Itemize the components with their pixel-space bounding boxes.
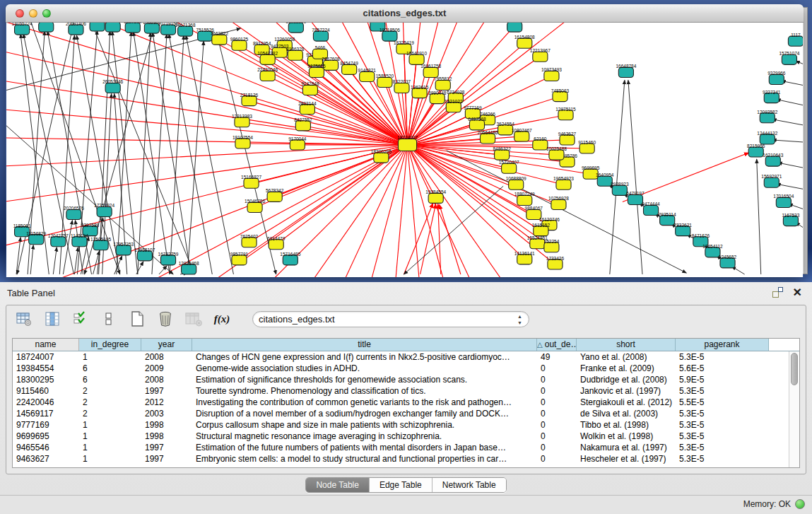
graph-node[interactable]: 2803144 bbox=[298, 101, 317, 115]
column-header-pagerank[interactable]: pagerank bbox=[676, 339, 769, 351]
table-row[interactable]: 1830029562008Estimation of significance … bbox=[13, 374, 799, 385]
graph-node[interactable]: 14671368 bbox=[175, 23, 196, 36]
graph-node[interactable]: 17016504 bbox=[773, 194, 794, 207]
table-row[interactable]: 2242004622012Investigating the contribut… bbox=[13, 397, 799, 408]
table-row[interactable]: 977716911998Corpus callosum shape and si… bbox=[13, 419, 799, 431]
scrollbar-thumb[interactable] bbox=[791, 353, 798, 385]
column-header-in_degree[interactable]: in_degree bbox=[79, 339, 141, 351]
graph-node[interactable]: 9474444 bbox=[642, 201, 660, 215]
table-row[interactable]: 1456911722003Disruption of a novel membe… bbox=[13, 408, 799, 419]
graph-node[interactable]: 1117 bbox=[788, 33, 803, 46]
graph-node[interactable]: 12093582 bbox=[757, 110, 777, 123]
tab-network-table[interactable]: Network Table bbox=[433, 478, 506, 492]
graph-node[interactable]: 7857224 bbox=[312, 28, 330, 41]
graph-node[interactable]: 18107554 bbox=[233, 135, 253, 148]
graph-node[interactable]: 19384554 bbox=[425, 189, 446, 203]
graph-node[interactable]: 7663822 bbox=[211, 31, 229, 45]
table-row[interactable]: 1938455462009Genome-wide association stu… bbox=[13, 363, 799, 374]
graph-node[interactable]: 16154808 bbox=[514, 35, 535, 48]
graph-node[interactable]: 9115460 bbox=[578, 140, 596, 153]
graph-node[interactable]: 8454749 bbox=[340, 61, 358, 74]
graph-node[interactable]: 9227341 bbox=[763, 90, 781, 103]
graph-node[interactable]: 9857791 bbox=[230, 252, 249, 265]
graph-node[interactable]: 20564486 bbox=[478, 130, 498, 144]
memory-ok-indicator[interactable] bbox=[795, 499, 805, 509]
graph-node[interactable]: 16210643 bbox=[763, 153, 783, 166]
row-format-icon[interactable] bbox=[100, 310, 118, 328]
float-panel-icon[interactable] bbox=[772, 287, 783, 298]
table-row[interactable]: 946554611997Estimation of the future num… bbox=[13, 442, 799, 453]
graph-node[interactable]: 1621022 bbox=[445, 99, 463, 112]
graph-node[interactable]: 9860125 bbox=[230, 37, 249, 50]
show-columns-icon[interactable] bbox=[43, 310, 61, 328]
graph-node[interactable]: 9146821 bbox=[358, 68, 377, 81]
function-builder-icon[interactable]: f(x) bbox=[213, 310, 231, 328]
graph-node[interactable]: 8322037 bbox=[393, 79, 411, 93]
table-row[interactable]: 946362711997Embryonic stem cells: a mode… bbox=[13, 453, 799, 465]
graph-node[interactable] bbox=[39, 23, 54, 32]
graph-node[interactable]: 1362615 bbox=[411, 85, 429, 98]
graph-node[interactable]: 7832621 bbox=[674, 223, 693, 236]
graph-node[interactable]: 9175685 bbox=[307, 64, 326, 77]
column-header-year[interactable]: year bbox=[141, 339, 192, 351]
graph-node[interactable]: 12042757 bbox=[48, 233, 69, 247]
graph-node[interactable]: 12213383 bbox=[232, 114, 252, 127]
table-row[interactable]: 969969511998Structural magnetic resonanc… bbox=[13, 431, 799, 442]
graph-node[interactable]: 18807249 bbox=[514, 192, 535, 205]
graph-node[interactable]: 8486322 bbox=[493, 146, 511, 160]
graph-node[interactable]: 12505195 bbox=[90, 237, 111, 250]
graph-node[interactable]: 9245652 bbox=[719, 255, 737, 268]
column-header-short[interactable]: short bbox=[577, 339, 676, 351]
graph-node[interactable]: 12444132 bbox=[757, 131, 777, 144]
graph-node[interactable]: 8186328 bbox=[286, 47, 305, 60]
graph-node[interactable] bbox=[90, 23, 105, 31]
graph-node[interactable]: 19218506 bbox=[379, 28, 400, 41]
graph-node[interactable]: 19654923 bbox=[553, 176, 574, 189]
graph-node[interactable]: 10688809 bbox=[506, 176, 526, 189]
graph-node[interactable]: 10543382 bbox=[257, 51, 278, 64]
graph-node[interactable]: 9242848 bbox=[301, 81, 319, 95]
network-window-titlebar[interactable]: citations_edges.txt bbox=[6, 4, 804, 23]
graph-node[interactable]: 12923468 bbox=[179, 261, 199, 274]
graph-node[interactable]: 19958107 bbox=[134, 247, 155, 261]
graph-node[interactable]: 16033809 bbox=[286, 23, 306, 33]
graph-node[interactable]: 62160 bbox=[533, 136, 548, 150]
hub-node[interactable]: 18724007 bbox=[397, 135, 418, 151]
graph-node[interactable]: 6497568 bbox=[468, 117, 486, 130]
graph-node[interactable]: 9170044 bbox=[288, 136, 307, 150]
graph-node[interactable]: 20206576 bbox=[64, 206, 84, 219]
graph-node[interactable]: 7625402 bbox=[240, 234, 259, 247]
graph-node[interactable]: 8427552 bbox=[294, 117, 312, 131]
graph-node[interactable]: 252254 bbox=[544, 239, 560, 252]
graph-node[interactable]: 12975115 bbox=[555, 107, 576, 120]
graph-node[interactable]: 1588520 bbox=[376, 74, 394, 87]
column-header-name[interactable]: name bbox=[13, 339, 79, 351]
graph-node[interactable]: 16648784 bbox=[616, 64, 636, 77]
graph-node[interactable]: 11156829 bbox=[26, 231, 46, 245]
graph-node[interactable]: 26053346 bbox=[102, 79, 123, 93]
graph-node[interactable]: 10973493 bbox=[541, 67, 562, 81]
graph-node[interactable]: 6914479 bbox=[267, 236, 286, 250]
delete-table-icon[interactable] bbox=[156, 310, 175, 328]
graph-node[interactable]: 10756928 bbox=[548, 196, 569, 209]
column-header-out_de[interactable]: △out_de… bbox=[537, 339, 577, 351]
graph-node[interactable]: 10807467 bbox=[512, 128, 532, 141]
graph-node[interactable]: 15716485 bbox=[280, 252, 300, 265]
graph-node[interactable]: 1167533 bbox=[782, 213, 799, 226]
graph-node[interactable]: 17957253 bbox=[113, 242, 134, 255]
graph-node[interactable]: 17359924 bbox=[94, 203, 114, 216]
select-columns-icon[interactable] bbox=[71, 310, 90, 328]
graph-node[interactable]: 5678342 bbox=[266, 188, 284, 201]
network-canvas[interactable]: 1405572420691406106532671527602696616010… bbox=[6, 23, 803, 277]
graph-node[interactable]: 1527602 bbox=[124, 23, 142, 33]
graph-node[interactable]: 14136141 bbox=[514, 251, 535, 264]
graph-node[interactable]: 9463627 bbox=[558, 132, 577, 145]
vertical-scrollbar[interactable] bbox=[789, 351, 799, 467]
graph-node[interactable]: 15166827 bbox=[241, 175, 261, 188]
graph-node[interactable]: 9329966 bbox=[767, 71, 786, 84]
graph-node[interactable]: 7485063 bbox=[551, 88, 570, 102]
graph-node[interactable]: 15640910 bbox=[406, 51, 427, 64]
create-table-icon[interactable] bbox=[128, 310, 146, 328]
graph-node[interactable]: 12213967 bbox=[530, 48, 551, 62]
close-panel-icon[interactable]: ✕ bbox=[793, 288, 802, 298]
